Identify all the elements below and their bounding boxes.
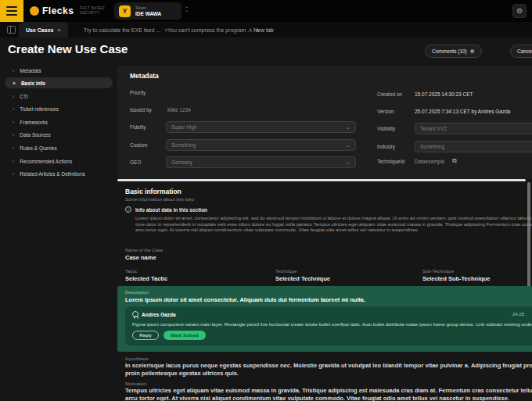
sidebar-item-frameworks[interactable]: › Frameworks	[5, 116, 113, 127]
visibility-label: Visibility	[377, 126, 395, 131]
version-value: 25.07.2025 7:34:13 CET by Andres Gazda	[415, 109, 510, 114]
technique-label: Technique	[275, 269, 297, 274]
tactic-value: Selected Tactic	[125, 275, 167, 282]
basic-info-subtitle: Some information about this step	[125, 197, 194, 202]
description-label: Description	[125, 290, 149, 295]
info-section-text: Lorem ipsum dolor sit amet, consectetur …	[135, 216, 532, 234]
industry-label: Industry	[377, 144, 395, 149]
subtechnique-label: Sub-Technique	[422, 269, 454, 274]
tenant-chevron-icon[interactable]: ⌃⌄	[185, 7, 189, 13]
technique-value: Selected Technique	[275, 275, 330, 282]
logo-text: Flecks	[42, 5, 74, 16]
motivation-text: Tempus ultricies eget aliquam vitae euis…	[125, 387, 532, 401]
chevron-icon: ›	[13, 159, 14, 164]
sidebar-item-rules-queries[interactable]: › Rules & Queries	[5, 142, 113, 153]
metadata-title: Metadata	[130, 72, 159, 80]
page-title: Create New Use Case	[8, 42, 128, 55]
case-name-value: Case name	[125, 254, 156, 261]
chevron-icon: ›	[13, 132, 14, 138]
technique-id-label: TechniqueId	[377, 159, 404, 164]
app-header: Flecks FACT BASED SECURITY Y Tenant IDE …	[0, 0, 532, 22]
version-label: Version	[377, 109, 394, 114]
technique-id-value: Dataexample	[415, 159, 444, 164]
tenant-badge: Y	[119, 5, 131, 17]
flecks-logo-icon	[30, 6, 39, 16]
tab-use-cases[interactable]: Use Cases ×	[19, 22, 68, 38]
geo-label: GEO	[130, 159, 141, 165]
hypothesis-label: Hypothesis	[125, 356, 149, 361]
sidebar-item-cti[interactable]: › CTI	[5, 91, 113, 102]
hypothesis-text: In scelerisque lacus purus neque egestas…	[125, 362, 532, 378]
copy-icon[interactable]: ⧉	[452, 157, 457, 165]
sidebar-item-ticket-references[interactable]: › Ticket references	[5, 103, 113, 114]
mark-solved-button[interactable]: Mark Solved	[164, 331, 206, 340]
comment-author: Andres Gazda	[142, 312, 176, 317]
sidebar-item-metadata[interactable]: › Metadata	[5, 65, 113, 76]
issued-by-value: Mike 1234	[167, 107, 191, 113]
chevron-icon: ›	[13, 171, 14, 177]
subtechnique-value: Selected Sub-Technique	[422, 275, 491, 282]
info-icon: i	[125, 206, 131, 213]
basic-info-title: Basic information	[125, 188, 182, 195]
cancel-button[interactable]: Cancel	[510, 45, 532, 58]
panels-icon[interactable]	[7, 26, 16, 34]
fidelity-label: Fidelity	[130, 124, 146, 130]
sidebar-item-recommended-actions[interactable]: › Recommended Actions	[5, 156, 113, 166]
logo-tagline: FACT BASED SECURITY	[80, 6, 105, 15]
chevron-icon: ›	[13, 145, 14, 151]
settings-gear-icon[interactable]: ⚙	[512, 4, 527, 18]
geo-select[interactable]: Germany ⌄	[166, 156, 356, 168]
horizontal-scrollbar[interactable]	[117, 179, 526, 181]
issued-by-label: Issued by	[130, 107, 152, 113]
chevron-down-icon: ⌄	[346, 142, 350, 149]
reply-button[interactable]: Reply	[132, 331, 159, 340]
case-name-label: Name of the Case	[125, 248, 163, 252]
comments-button[interactable]: Comments (10) ⚙	[425, 45, 482, 58]
created-on-value: 15.07.2025 14:30:23 CET	[415, 91, 473, 97]
tactic-label: Tactic	[125, 269, 137, 274]
comment-timestamp: 24.05	[512, 312, 524, 317]
chevron-icon: ›	[13, 68, 14, 73]
tenant-selector[interactable]: Y Tenant IDE WAWA	[114, 2, 182, 20]
created-on-label: Created on	[377, 91, 402, 97]
sidebar-item-related-articles[interactable]: › Related Articles & Definitions	[5, 168, 113, 179]
sidebar-item-data-sources[interactable]: › Data Sources	[5, 129, 113, 140]
tenant-name: IDE WAWA	[135, 11, 161, 16]
chevron-down-icon: ⌄	[346, 159, 350, 166]
description-text: Lorem ipsum dolor sit amet consectetur. …	[125, 296, 365, 303]
chevron-down-icon: ⌄	[346, 124, 350, 131]
vertical-scrollbar[interactable]	[527, 182, 530, 299]
priority-label: Priority	[130, 90, 146, 95]
hamburger-menu-icon[interactable]	[0, 0, 23, 22]
info-section-title: Info about data in this section	[135, 207, 207, 213]
gear-icon: ⚙	[470, 48, 475, 55]
motivation-label: Motivation	[125, 381, 146, 386]
custom-label: Custom	[130, 142, 147, 148]
chevrons-icon: »	[13, 81, 16, 86]
chevron-icon: ›	[13, 94, 14, 99]
new-tab-button[interactable]: + New tab	[244, 22, 279, 38]
chevron-icon: ›	[13, 120, 14, 125]
avatar	[132, 311, 138, 317]
industry-select[interactable]: Something	[415, 141, 532, 152]
sidebar-item-basic-info[interactable]: » Basic info	[5, 77, 113, 88]
comment-text: Figma ipsum component variant main layer…	[132, 322, 532, 327]
visibility-select[interactable]: Tenant XYZ	[415, 123, 532, 134]
custom-select[interactable]: Something ⌄	[166, 139, 356, 151]
close-icon[interactable]: ×	[57, 27, 60, 33]
chevron-icon: ›	[13, 106, 14, 112]
fidelity-select[interactable]: Super High ⌄	[166, 121, 356, 133]
